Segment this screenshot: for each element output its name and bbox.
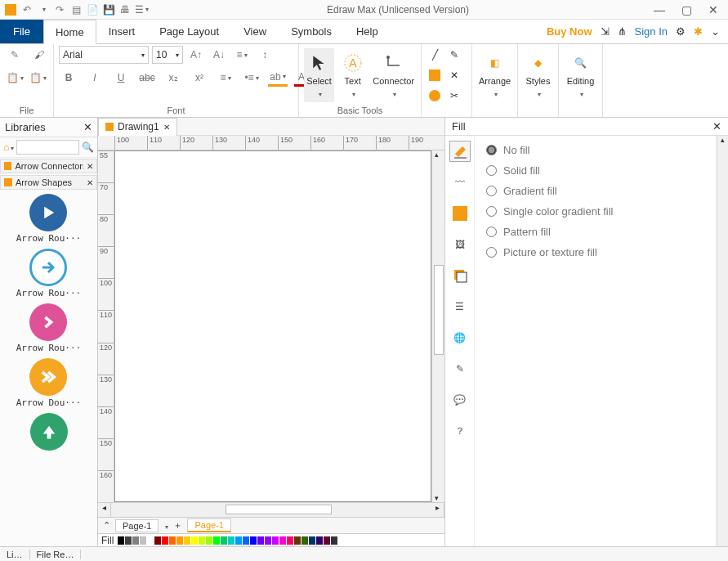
color-swatch[interactable] bbox=[213, 536, 220, 545]
solid-fill-icon[interactable] bbox=[449, 203, 471, 224]
line-spacing-icon[interactable]: ≡ bbox=[216, 69, 235, 87]
fill-option[interactable]: No fill bbox=[486, 144, 705, 156]
library-shape-item[interactable]: Arrow Rou··· bbox=[16, 249, 81, 298]
color-swatch[interactable] bbox=[235, 536, 242, 545]
library-shape-item[interactable]: Arrow Dou··· bbox=[16, 358, 81, 408]
globe-tool-icon[interactable]: 🌐 bbox=[449, 327, 471, 348]
editing-button[interactable]: 🔍Editing bbox=[564, 48, 597, 102]
color-swatch[interactable] bbox=[147, 536, 154, 545]
color-swatch[interactable] bbox=[132, 536, 139, 545]
library-category-shapes[interactable]: Arrow Shapes✕ bbox=[0, 175, 97, 190]
color-swatch[interactable] bbox=[118, 536, 124, 545]
new-icon[interactable]: ▤ bbox=[70, 4, 82, 16]
category-close-icon[interactable]: ✕ bbox=[87, 178, 93, 187]
color-swatch[interactable] bbox=[257, 536, 264, 545]
file-menu[interactable]: File bbox=[0, 20, 43, 43]
panel-scrollbar[interactable]: ▴ bbox=[717, 136, 728, 546]
strike-icon[interactable]: abc bbox=[137, 69, 157, 87]
sign-in-link[interactable]: Sign In bbox=[635, 25, 668, 38]
styles-button[interactable]: ◆Styles bbox=[523, 48, 553, 102]
page-tab[interactable]: Page-1 bbox=[115, 519, 159, 532]
help-tool-icon[interactable]: ？ bbox=[449, 420, 471, 442]
color-swatch[interactable] bbox=[206, 536, 212, 545]
tab-symbols[interactable]: Symbols bbox=[279, 20, 344, 43]
properties-tool-icon[interactable]: ☰ bbox=[449, 296, 471, 317]
library-search-input[interactable] bbox=[16, 140, 79, 155]
color-swatch[interactable] bbox=[228, 536, 234, 545]
color-swatch[interactable] bbox=[176, 536, 183, 545]
clipboard-copy-icon[interactable]: 📋 bbox=[6, 69, 25, 87]
minimize-button[interactable]: — bbox=[654, 3, 665, 16]
color-swatch[interactable] bbox=[309, 536, 315, 545]
text-direction-icon[interactable]: ↕ bbox=[255, 46, 275, 64]
color-swatch[interactable] bbox=[250, 536, 257, 545]
color-swatch[interactable] bbox=[324, 536, 330, 545]
vertical-scrollbar[interactable]: ▴▾ bbox=[431, 150, 444, 502]
picture-tool-icon[interactable]: 🖼 bbox=[449, 234, 471, 255]
color-swatch[interactable] bbox=[125, 536, 132, 545]
document-tab-close-icon[interactable]: ✕ bbox=[163, 123, 170, 132]
share-icon[interactable]: ⋔ bbox=[618, 25, 627, 38]
tab-help[interactable]: Help bbox=[344, 20, 391, 43]
color-swatch[interactable] bbox=[294, 536, 301, 545]
highlight-icon[interactable]: ab bbox=[268, 69, 288, 87]
color-swatch[interactable] bbox=[287, 536, 293, 545]
collapse-ribbon-icon[interactable]: ⌄ bbox=[711, 25, 720, 38]
color-swatch[interactable] bbox=[191, 536, 198, 545]
document-tab[interactable]: Drawing1 ✕ bbox=[98, 118, 177, 136]
redo-icon[interactable]: ↷ bbox=[54, 4, 65, 16]
scroll-left-icon[interactable]: ◂ bbox=[98, 503, 111, 517]
color-swatch[interactable] bbox=[221, 536, 227, 545]
underline-icon[interactable]: U bbox=[111, 69, 131, 87]
undo-icon[interactable]: ↶ bbox=[21, 4, 33, 16]
superscript-icon[interactable]: x² bbox=[190, 69, 209, 87]
scrollbar-thumb[interactable] bbox=[434, 265, 444, 355]
layer-tool-icon[interactable] bbox=[449, 265, 471, 286]
paste-icon[interactable]: 📋 bbox=[29, 69, 48, 87]
tab-insert[interactable]: Insert bbox=[96, 20, 148, 43]
tab-page-layout[interactable]: Page Layout bbox=[147, 20, 231, 43]
color-swatch[interactable] bbox=[331, 536, 337, 545]
fill-option[interactable]: Solid fill bbox=[486, 164, 705, 177]
format-painter-icon[interactable]: ✎ bbox=[5, 46, 25, 64]
open-icon[interactable]: 📄 bbox=[87, 4, 98, 16]
tab-view[interactable]: View bbox=[231, 20, 279, 43]
status-li[interactable]: Li… bbox=[0, 550, 30, 559]
pencil-tool-icon[interactable]: ✎ bbox=[446, 47, 462, 63]
color-swatch[interactable] bbox=[199, 536, 205, 545]
fill-option[interactable]: Gradient fill bbox=[486, 185, 705, 197]
page-nav-icon[interactable]: ⌃ bbox=[103, 520, 110, 531]
page-tab-dropdown[interactable] bbox=[163, 521, 168, 531]
text-tool[interactable]: A Text bbox=[337, 48, 368, 102]
status-filere[interactable]: File Re… bbox=[30, 550, 82, 559]
fill-option[interactable]: Picture or texture fill bbox=[486, 246, 705, 258]
ellipse-tool-icon[interactable] bbox=[427, 88, 443, 104]
decrease-font-icon[interactable]: A↓ bbox=[209, 46, 229, 64]
library-shape-item[interactable]: Arrow Rou··· bbox=[16, 303, 81, 353]
buy-now-link[interactable]: Buy Now bbox=[547, 25, 592, 38]
increase-font-icon[interactable]: A↑ bbox=[186, 46, 206, 64]
color-swatch[interactable] bbox=[184, 536, 190, 545]
export-icon[interactable]: ⇲ bbox=[601, 25, 610, 38]
color-swatch[interactable] bbox=[162, 536, 168, 545]
color-swatch[interactable] bbox=[243, 536, 249, 545]
scrollbar-thumb[interactable] bbox=[226, 505, 332, 514]
bullets-icon[interactable]: •≡ bbox=[242, 69, 261, 87]
color-swatch[interactable] bbox=[140, 536, 146, 545]
gear-icon[interactable]: ⚙ bbox=[676, 25, 686, 38]
color-swatch[interactable] bbox=[301, 536, 308, 545]
library-home-icon[interactable]: ⌂ bbox=[3, 141, 14, 153]
save-icon[interactable]: 💾 bbox=[103, 4, 114, 16]
page-tab-active[interactable]: Page-1 bbox=[187, 518, 230, 532]
scroll-right-icon[interactable]: ▸ bbox=[431, 503, 444, 517]
fill-option[interactable]: Pattern fill bbox=[486, 226, 705, 238]
color-swatch[interactable] bbox=[265, 536, 271, 545]
maximize-button[interactable]: ▢ bbox=[681, 3, 692, 16]
library-category-connectors[interactable]: Arrow Connectors✕ bbox=[0, 159, 97, 173]
comment-tool-icon[interactable]: 💬 bbox=[449, 389, 471, 411]
arrange-button[interactable]: ◧Arrange bbox=[477, 48, 512, 102]
subscript-icon[interactable]: x₂ bbox=[163, 69, 183, 87]
library-shape-item[interactable] bbox=[30, 413, 68, 452]
italic-icon[interactable]: I bbox=[85, 69, 105, 87]
brush-icon[interactable]: 🖌 bbox=[29, 46, 49, 64]
